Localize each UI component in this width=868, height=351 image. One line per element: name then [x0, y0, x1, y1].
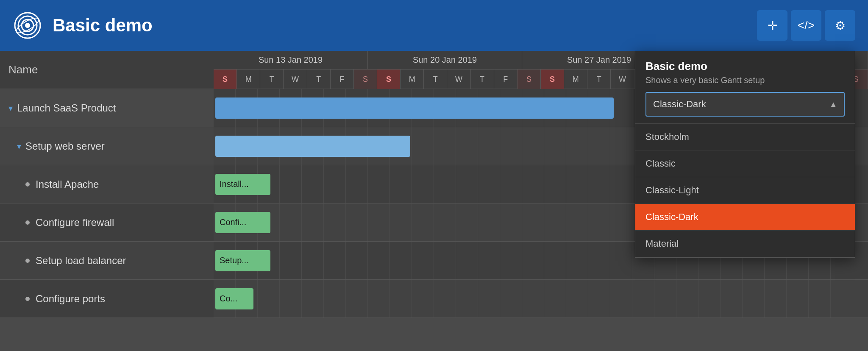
gantt-cell	[610, 242, 632, 279]
gantt-cell	[390, 280, 412, 318]
gantt-cell	[412, 242, 434, 279]
gantt-bar[interactable]: Confi...	[215, 212, 270, 233]
gantt-cell	[434, 242, 456, 279]
task-row[interactable]: Configure firewall	[0, 203, 214, 242]
gantt-cell	[434, 127, 456, 165]
day-cell: S	[541, 70, 564, 89]
day-cell: S	[517, 70, 541, 89]
gantt-cell	[610, 165, 632, 203]
task-row[interactable]: ▾ Setup web server	[0, 127, 214, 165]
gantt-bar[interactable]	[215, 136, 410, 157]
day-cell: W	[284, 70, 307, 89]
task-row[interactable]: Install Apache	[0, 165, 214, 203]
day-cell: S	[354, 70, 377, 89]
bullet-icon	[25, 220, 30, 225]
gantt-cell	[390, 165, 412, 203]
gantt-cell	[787, 280, 809, 318]
gantt-cell	[743, 280, 765, 318]
gantt-cell	[588, 165, 610, 203]
move-button[interactable]: ✛	[757, 10, 787, 41]
gantt-cell	[522, 165, 544, 203]
gantt-cell	[544, 280, 566, 318]
gantt-cell	[346, 280, 368, 318]
gantt-cell	[368, 203, 390, 241]
task-label: Setup load balancer	[36, 255, 126, 267]
gantt-cell	[280, 165, 302, 203]
gantt-cell	[478, 242, 500, 279]
expand-icon: ▾	[17, 141, 21, 151]
bullet-icon	[25, 297, 30, 301]
gantt-cell	[478, 203, 500, 241]
gantt-cell	[280, 242, 302, 279]
gantt-cell	[412, 280, 434, 318]
theme-option[interactable]: Stockholm	[635, 124, 855, 150]
gantt-cell	[500, 203, 522, 241]
expand-icon: ▾	[8, 103, 13, 113]
gantt-cell	[368, 165, 390, 203]
settings-button[interactable]: ⚙	[825, 10, 855, 41]
gantt-cell	[721, 280, 743, 318]
gantt-cell	[302, 165, 324, 203]
task-row[interactable]: Configure ports	[0, 280, 214, 318]
task-row[interactable]: Setup load balancer	[0, 242, 214, 280]
header: Basic demo ✛ </> ⚙	[0, 0, 868, 51]
gantt-cell	[302, 280, 324, 318]
gantt-row[interactable]: Co...	[214, 280, 868, 318]
gantt-cell	[588, 203, 610, 241]
gantt-cell	[434, 203, 456, 241]
task-label: Configure ports	[36, 293, 105, 305]
gantt-cell	[456, 203, 478, 241]
gantt-bar[interactable]: Setup...	[215, 250, 270, 271]
selected-theme-label: Classic-Dark	[653, 99, 706, 110]
day-cell: T	[260, 70, 284, 89]
gantt-cell	[478, 280, 500, 318]
gantt-cell	[522, 280, 544, 318]
theme-option[interactable]: Classic-Light	[635, 177, 855, 204]
gantt-bar[interactable]: Co...	[215, 288, 253, 309]
chevron-up-icon: ▲	[829, 100, 837, 109]
gantt-bar[interactable]: Install...	[215, 174, 270, 195]
gantt-cell	[610, 280, 632, 318]
task-row[interactable]: ▾ Launch SaaS Product	[0, 89, 214, 127]
gantt-cell	[544, 242, 566, 279]
gantt-cell	[456, 242, 478, 279]
week-label-2: Sun 20 Jan 2019	[368, 51, 522, 69]
gantt-cell	[566, 127, 588, 165]
day-cell: M	[401, 70, 424, 89]
gantt-cell	[566, 242, 588, 279]
gantt-cell	[412, 203, 434, 241]
theme-select[interactable]: Classic-Dark ▲	[645, 92, 845, 117]
gantt-cell	[522, 127, 544, 165]
dropdown-title: Basic demo	[635, 51, 855, 75]
theme-option[interactable]: Classic-Dark	[635, 204, 855, 231]
task-list-header: Name	[0, 51, 214, 89]
gantt-cell	[390, 242, 412, 279]
gantt-cell	[500, 165, 522, 203]
day-cell: T	[307, 70, 331, 89]
gantt-cell	[698, 280, 721, 318]
gantt-cell	[478, 127, 500, 165]
gantt-cell	[588, 242, 610, 279]
theme-option[interactable]: Material	[635, 231, 855, 257]
gantt-cell	[610, 203, 632, 241]
day-cell: T	[424, 70, 447, 89]
day-cell: S	[377, 70, 401, 89]
gantt-cell	[368, 242, 390, 279]
gantt-cell	[809, 280, 831, 318]
gantt-cell	[280, 203, 302, 241]
gantt-cell	[280, 280, 302, 318]
gantt-cell	[566, 165, 588, 203]
gantt-cell	[390, 203, 412, 241]
task-label: Install Apache	[36, 178, 99, 190]
app-title: Basic demo	[53, 15, 153, 36]
day-cell: S	[214, 70, 237, 89]
gantt-bar[interactable]	[215, 98, 614, 119]
gantt-cell	[500, 127, 522, 165]
gantt-cell	[434, 165, 456, 203]
code-button[interactable]: </>	[791, 10, 821, 41]
gantt-cell	[346, 165, 368, 203]
gantt-cell	[324, 203, 346, 241]
theme-list: StockholmClassicClassic-LightClassic-Dar…	[635, 123, 855, 257]
theme-option[interactable]: Classic	[635, 150, 855, 177]
gantt-cell	[566, 203, 588, 241]
